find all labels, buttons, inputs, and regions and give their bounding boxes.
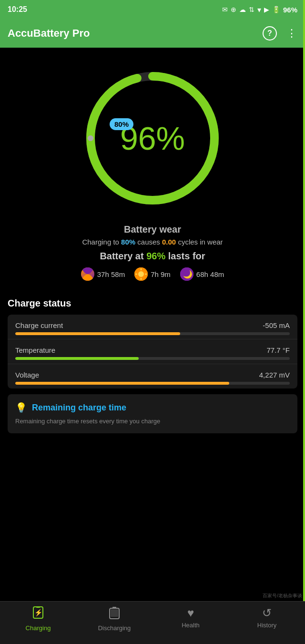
help-icon: ? — [267, 29, 272, 38]
discharging-nav-icon — [109, 606, 120, 623]
history-nav-icon: ↺ — [262, 606, 272, 620]
screen-time-icon — [81, 267, 94, 281]
charge-temp-label: Temperature — [15, 346, 55, 354]
discharging-nav-label: Discharging — [98, 624, 131, 632]
screen-time-value: 37h 58m — [97, 270, 125, 278]
nav-item-health[interactable]: ♥ Health — [152, 606, 229, 629]
remaining-charge-title-text: Remaining charge time — [32, 403, 126, 413]
svg-text:🌙: 🌙 — [183, 270, 193, 279]
wear-cycles: 0.00 — [162, 238, 176, 246]
app-title: AccuBattery Pro — [8, 27, 90, 40]
wifi-icon: ▾ — [257, 5, 261, 14]
more-button[interactable]: ⋮ — [286, 27, 297, 40]
svg-text:⚡: ⚡ — [34, 609, 43, 617]
signal-icon: ▶ — [264, 6, 269, 13]
charge-temp-value: 77.7 °F — [266, 346, 290, 354]
health-nav-icon: ♥ — [187, 606, 194, 620]
charge-status-title: Charge status — [8, 298, 297, 309]
charge-row-current: Charge current -505 mA — [8, 315, 297, 339]
charge-temp-header: Temperature 77.7 °F — [15, 346, 290, 354]
remaining-charge-desc: Remaining charge time resets every time … — [15, 417, 290, 426]
remaining-charge-card: 💡 Remaining charge time Remaining charge… — [8, 394, 297, 433]
battery-lasts-title: Battery at 96% lasts for — [10, 251, 295, 262]
app-bar-actions: ? ⋮ — [263, 26, 297, 41]
status-icons: ✉ ⊕ ☁ ⇅ ▾ ▶ 🔋 96% — [222, 5, 297, 14]
nav-item-history[interactable]: ↺ History — [229, 606, 305, 629]
nav-item-charging[interactable]: ⚡ Charging — [0, 606, 76, 632]
watermark: 百家号/老杨杂事谈 — [260, 592, 305, 600]
sync-icon: ⇅ — [249, 6, 254, 13]
wear-charge-to: 80% — [121, 238, 135, 246]
charge-temp-bar-bg — [15, 357, 290, 360]
svg-point-2 — [138, 271, 144, 277]
charge-current-value: -505 mA — [263, 321, 290, 329]
time-badges: 37h 58m 7h 9m — [10, 267, 295, 281]
bottom-spacer — [0, 433, 305, 481]
sleep-time-icon: 🌙 — [180, 267, 193, 281]
time-badge-sun: 7h 9m — [134, 267, 171, 281]
charge-current-header: Charge current -505 mA — [15, 321, 290, 329]
gauge-wrapper: 96% 80% — [81, 67, 224, 210]
lasts-title: Battery at — [100, 251, 146, 261]
app-bar: AccuBattery Pro ? ⋮ — [0, 19, 305, 48]
charge-temp-bar — [15, 357, 139, 360]
charge-row-temp: Temperature 77.7 °F — [8, 339, 297, 364]
lasts-percent: 96% — [146, 251, 165, 261]
charge-current-bar — [15, 332, 180, 335]
sun-time-icon — [134, 267, 148, 281]
battery-wear-title: Battery wear — [10, 224, 295, 235]
status-bar: 10:25 ✉ ⊕ ☁ ⇅ ▾ ▶ 🔋 96% — [0, 0, 305, 19]
cloud-icon: ☁ — [239, 6, 246, 13]
charge-current-bar-bg — [15, 332, 290, 335]
status-time: 10:25 — [8, 5, 27, 14]
charge-status-section: Charge status Charge current -505 mA Tem… — [0, 290, 305, 433]
battery-info: Battery wear Charging to 80% causes 0.00… — [0, 219, 305, 290]
charge-current-label: Charge current — [15, 321, 63, 329]
main-content: 96% 80% Battery wear Charging to 80% cau… — [0, 48, 305, 481]
history-nav-label: History — [257, 622, 276, 629]
help-button[interactable]: ? — [263, 26, 277, 41]
svg-rect-14 — [111, 609, 118, 617]
nav-item-discharging[interactable]: Discharging — [76, 606, 152, 632]
charge-status-card: Charge current -505 mA Temperature 77.7 … — [8, 315, 297, 388]
charge-limit-badge: 80% — [110, 118, 133, 130]
health-nav-label: Health — [182, 622, 200, 629]
sun-time-value: 7h 9m — [151, 270, 171, 278]
wear-desc1: Charging to — [82, 238, 121, 246]
location-icon: ⊕ — [231, 6, 236, 13]
lasts-suffix: lasts for — [165, 251, 205, 261]
charge-voltage-value: 4,227 mV — [259, 371, 290, 379]
wear-desc2: causes — [135, 238, 162, 246]
charge-voltage-bar — [15, 382, 229, 385]
charging-nav-label: Charging — [26, 624, 51, 632]
svg-rect-10 — [36, 606, 40, 608]
charge-voltage-bar-bg — [15, 382, 290, 385]
battery-gauge-container: 96% 80% — [0, 48, 305, 219]
charging-nav-icon: ⚡ — [32, 606, 44, 623]
bottom-nav: ⚡ Charging Discharging ♥ Health ↺ Histor… — [0, 601, 305, 644]
time-badge-sleep: 🌙 68h 48m — [180, 267, 224, 281]
bulb-icon: 💡 — [15, 402, 27, 413]
remaining-charge-title: 💡 Remaining charge time — [15, 402, 290, 413]
wear-desc3: cycles in wear — [176, 238, 223, 246]
charge-voltage-header: Voltage 4,227 mV — [15, 371, 290, 379]
time-badge-screen: 37h 58m — [81, 267, 125, 281]
message-icon: ✉ — [222, 6, 228, 13]
gauge-gap-dot — [88, 135, 93, 141]
charge-voltage-label: Voltage — [15, 371, 39, 379]
battery-wear-desc: Charging to 80% causes 0.00 cycles in we… — [10, 238, 295, 246]
sleep-time-value: 68h 48m — [196, 270, 224, 278]
svg-rect-13 — [112, 607, 116, 609]
status-battery-percent: 96% — [283, 6, 297, 14]
battery-icon: 🔋 — [272, 6, 280, 13]
charge-row-voltage: Voltage 4,227 mV — [8, 364, 297, 388]
